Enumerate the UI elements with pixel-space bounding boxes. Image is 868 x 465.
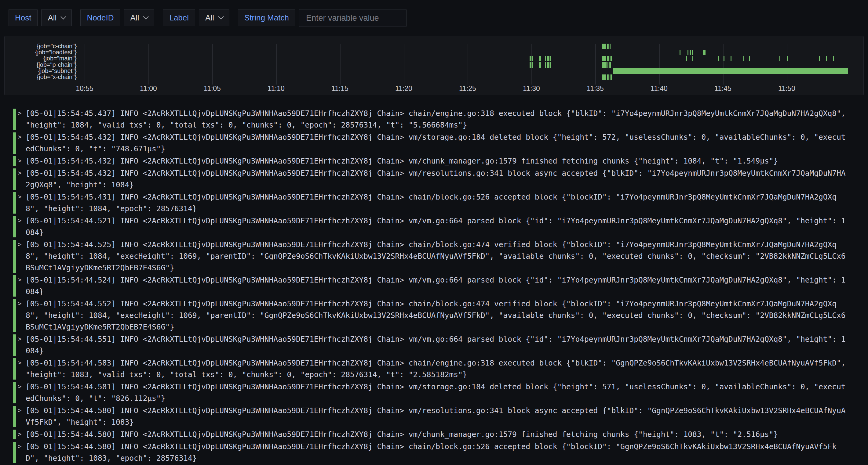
log-volume-mark [602, 44, 606, 49]
log-level-bar [13, 240, 16, 273]
log-row[interactable]: >[05-01|15:54:44.524] INFO <2AcRkXTLLtQj… [13, 274, 868, 298]
expand-arrow-icon[interactable]: > [18, 407, 22, 414]
log-row[interactable]: >[05-01|15:54:44.525] INFO <2AcRkXTLLtQj… [13, 239, 868, 274]
x-axis-tick-label: 11:50 [772, 85, 802, 93]
legend-series-label[interactable]: {job="loadtest"} [5, 49, 77, 55]
variable-select-label[interactable]: All [199, 9, 229, 26]
variable-value-label: All [205, 9, 214, 26]
legend-series-label[interactable]: {job="subnet"} [5, 68, 77, 74]
log-row[interactable]: >[05-01|15:54:45.432] INFO <2AcRkXTLLtQj… [13, 167, 868, 191]
log-volume-mark [680, 50, 680, 55]
grid-line [595, 44, 596, 85]
log-row[interactable]: >[05-01|15:54:44.552] INFO <2AcRkXTLLtQj… [13, 298, 868, 333]
log-text: [05-01|15:54:45.431] INFO <2AcRkXTLLtQjv… [26, 191, 847, 214]
expand-arrow-icon[interactable]: > [18, 157, 22, 164]
variable-select-nodeid[interactable]: All [124, 9, 155, 26]
grid-line [340, 44, 341, 85]
log-row[interactable]: >[05-01|15:54:44.580] INFO <2AcRkXTLLtQj… [13, 428, 868, 441]
log-row[interactable]: >[05-01|15:54:45.432] INFO <2AcRkXTLLtQj… [13, 155, 868, 167]
expand-arrow-icon[interactable]: > [18, 217, 22, 224]
variable-label-host: Host [8, 9, 37, 26]
log-row[interactable]: >[05-01|15:54:45.432] INFO <2AcRkXTLLtQj… [13, 131, 868, 155]
log-text: [05-01|15:54:44.525] INFO <2AcRkXTLLtQjv… [26, 239, 847, 274]
log-volume-mark [779, 56, 780, 61]
log-level-bar [13, 109, 16, 130]
log-row[interactable]: >[05-01|15:54:44.551] INFO <2AcRkXTLLtQj… [13, 333, 868, 357]
log-volume-mark [540, 56, 541, 61]
log-level-bar [13, 382, 16, 403]
expand-arrow-icon[interactable]: > [18, 335, 22, 343]
expand-arrow-icon[interactable]: > [18, 193, 22, 200]
legend-series-label[interactable]: {job="p-chain"} [5, 62, 77, 68]
expand-arrow-icon[interactable]: > [18, 383, 22, 390]
log-volume-mark [692, 50, 693, 55]
log-volume-mark [611, 56, 612, 61]
log-row[interactable]: >[05-01|15:54:44.521] INFO <2AcRkXTLLtQj… [13, 215, 868, 239]
variable-label-string-match: String Match [238, 9, 295, 26]
log-text: [05-01|15:54:44.581] INFO <2AcRkXTLLtQjv… [26, 381, 847, 404]
x-axis-tick-label: 11:40 [644, 85, 674, 93]
log-row[interactable]: >[05-01|15:54:45.437] INFO <2AcRkXTLLtQj… [13, 107, 868, 131]
expand-arrow-icon[interactable]: > [18, 169, 22, 177]
log-row[interactable]: >[05-01|15:54:44.580] INFO <2AcRkXTLLtQj… [13, 441, 868, 464]
expand-arrow-icon[interactable]: > [18, 133, 22, 141]
log-volume-mark [611, 74, 612, 80]
x-axis-tick-label: 11:05 [197, 85, 227, 93]
log-text: [05-01|15:54:44.524] INFO <2AcRkXTLLtQjv… [26, 274, 847, 298]
log-volume-mark [539, 56, 540, 61]
expand-arrow-icon[interactable]: > [18, 276, 22, 284]
legend-series-label[interactable]: {job="c-chain"} [5, 43, 77, 49]
log-volume-mark [532, 62, 533, 68]
log-volume-mark [610, 62, 611, 68]
variable-host: Host All [8, 9, 72, 27]
variables-toolbar: Host All NodeID All Label All String Mat… [8, 9, 406, 27]
log-volume-mark [703, 50, 706, 55]
log-volume-mark [608, 62, 609, 68]
log-row[interactable]: >[05-01|15:54:45.431] INFO <2AcRkXTLLtQj… [13, 191, 868, 215]
log-volume-panel: {job="c-chain"}{job="loadtest"}{job="mai… [4, 36, 864, 95]
log-level-bar [13, 132, 16, 154]
log-text: [05-01|15:54:44.521] INFO <2AcRkXTLLtQjv… [26, 215, 847, 238]
expand-arrow-icon[interactable]: > [18, 359, 22, 366]
legend-series-label[interactable]: {job="x-chain"} [5, 74, 77, 80]
log-volume-mark [539, 62, 540, 68]
log-volume-mark [607, 74, 608, 80]
expand-arrow-icon[interactable]: > [18, 431, 22, 438]
log-volume-mark [547, 56, 550, 61]
log-row[interactable]: >[05-01|15:54:44.583] INFO <2AcRkXTLLtQj… [13, 357, 868, 381]
log-text: [05-01|15:54:44.583] INFO <2AcRkXTLLtQjv… [26, 357, 847, 380]
expand-arrow-icon[interactable]: > [18, 109, 22, 117]
log-volume-mark [602, 56, 606, 61]
expand-arrow-icon[interactable]: > [18, 241, 22, 248]
log-row[interactable]: >[05-01|15:54:44.581] INFO <2AcRkXTLLtQj… [13, 381, 868, 405]
chevron-down-icon [143, 14, 149, 19]
variable-value-host: All [48, 9, 57, 26]
log-volume-mark [686, 56, 687, 61]
log-volume-mark [731, 56, 732, 61]
log-row[interactable]: >[05-01|15:54:44.580] INFO <2AcRkXTLLtQj… [13, 405, 868, 428]
legend-series-label[interactable]: {job="main"} [5, 55, 77, 61]
grid-line [787, 44, 787, 85]
log-volume-mark [550, 62, 551, 68]
log-level-bar [13, 442, 16, 463]
log-volume-mark [833, 56, 834, 61]
string-match-input[interactable] [299, 9, 406, 27]
log-level-bar [13, 358, 16, 379]
grid-line [404, 44, 404, 85]
x-axis-tick-label: 11:00 [133, 85, 164, 93]
log-volume-mark [749, 56, 750, 61]
log-level-bar [13, 430, 16, 439]
log-volume-mark [610, 56, 611, 61]
log-volume-mark [787, 56, 788, 61]
log-volume-mark [826, 56, 827, 61]
log-volume-mark [718, 56, 719, 61]
log-text: [05-01|15:54:44.580] INFO <2AcRkXTLLtQjv… [26, 441, 847, 464]
grid-line [276, 44, 277, 85]
expand-arrow-icon[interactable]: > [18, 443, 22, 450]
expand-arrow-icon[interactable]: > [18, 300, 22, 307]
variable-value-nodeid: All [130, 9, 139, 26]
variable-select-host[interactable]: All [41, 9, 72, 26]
variable-label-label: Label [163, 9, 195, 26]
log-text: [05-01|15:54:44.580] INFO <2AcRkXTLLtQjv… [26, 405, 847, 428]
log-text: [05-01|15:54:45.432] INFO <2AcRkXTLLtQjv… [26, 132, 847, 155]
